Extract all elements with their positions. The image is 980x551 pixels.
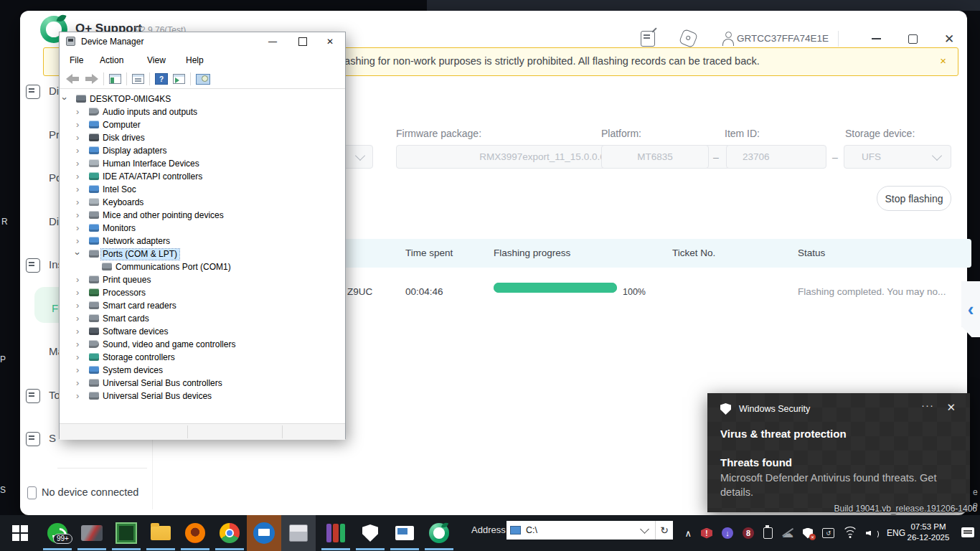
dm-tree-item[interactable]: ›Audio inputs and outputs xyxy=(60,105,344,118)
taskbar-item-oplus[interactable] xyxy=(422,515,456,551)
chevron-down-icon[interactable] xyxy=(640,524,649,534)
taskbar-item-whatsapp[interactable]: 99+ xyxy=(40,515,75,551)
dm-tree-item[interactable]: ›Network adapters xyxy=(60,235,344,248)
taskbar-item-active-app[interactable] xyxy=(247,515,281,551)
volume-icon[interactable] xyxy=(866,529,877,538)
close-button[interactable]: ✕ xyxy=(940,29,958,48)
chevron-collapsed-icon[interactable]: › xyxy=(76,171,79,182)
chevron-collapsed-icon[interactable]: › xyxy=(76,184,79,194)
windows-security-toast[interactable]: Windows Security ··· ✕ Virus & threat pr… xyxy=(707,393,970,512)
dm-tree-item[interactable]: ›Print queues xyxy=(60,273,344,286)
start-button[interactable] xyxy=(3,515,37,551)
chevron-collapsed-icon[interactable]: › xyxy=(76,364,79,375)
taskbar-item-app2[interactable] xyxy=(75,515,109,551)
dm-tree-item[interactable]: ›Smart card readers xyxy=(60,299,344,312)
maximize-button[interactable] xyxy=(903,29,922,48)
help-icon[interactable]: ? xyxy=(155,73,168,85)
console-tree-icon[interactable] xyxy=(109,74,121,84)
chevron-expanded-icon[interactable]: › xyxy=(60,97,70,100)
defender-alert-icon[interactable] xyxy=(803,528,813,539)
back-arrow-icon[interactable] xyxy=(66,74,80,84)
account-id[interactable]: GRTCC37FFA74E1E xyxy=(737,33,829,44)
taskbar-item-explorer[interactable] xyxy=(143,515,178,551)
menu-help[interactable]: Help xyxy=(186,55,204,65)
taskbar-item-devicemgr[interactable] xyxy=(387,515,422,551)
dm-tree-item[interactable]: ›Monitors xyxy=(60,222,344,235)
dm-tree-item[interactable]: ›Human Interface Devices xyxy=(60,157,344,170)
chevron-collapsed-icon[interactable]: › xyxy=(76,300,79,311)
menu-view[interactable]: View xyxy=(147,55,166,65)
dm-tree-label[interactable]: Display adapters xyxy=(101,146,169,156)
onedrive-offline-icon[interactable]: ☁ xyxy=(782,527,793,540)
dm-tree-item[interactable]: ›Smart cards xyxy=(60,312,344,325)
dm-tree-item[interactable]: ›DESKTOP-0MIG4KS xyxy=(60,93,344,105)
chevron-collapsed-icon[interactable]: › xyxy=(76,235,79,246)
tray-download-icon[interactable]: ↓ xyxy=(722,527,733,539)
taskbar-item-security[interactable] xyxy=(353,515,387,551)
feedback-note-icon[interactable] xyxy=(641,31,655,47)
dm-tree-item[interactable]: ›Disk drives xyxy=(60,131,344,144)
dm-titlebar[interactable]: Device Manager — ✕ xyxy=(60,32,345,51)
toast-close-icon[interactable]: ✕ xyxy=(946,401,956,414)
dm-minimize-button[interactable]: — xyxy=(260,32,285,50)
properties-icon[interactable] xyxy=(132,74,144,84)
item-id-field[interactable]: 23706 xyxy=(726,145,826,169)
wifi-icon[interactable] xyxy=(844,528,857,538)
forward-arrow-icon[interactable] xyxy=(85,74,98,84)
tray-app-icon[interactable]: 8 xyxy=(743,527,754,539)
chevron-collapsed-icon[interactable]: › xyxy=(76,377,79,388)
chevron-collapsed-icon[interactable]: › xyxy=(76,132,79,143)
refresh-icon[interactable]: ↻ xyxy=(655,521,673,540)
chevron-expanded-icon[interactable]: › xyxy=(72,252,83,255)
dm-tree-item[interactable]: ›Processors xyxy=(60,286,344,299)
dm-tree-label[interactable]: Software devices xyxy=(101,326,170,337)
tray-expand-icon[interactable]: ∧ xyxy=(684,528,692,539)
dm-tree-item[interactable]: ›IDE ATA/ATAPI controllers xyxy=(60,170,344,183)
dm-tree-label[interactable]: DESKTOP-0MIG4KS xyxy=(88,94,173,105)
stop-flashing-button[interactable]: Stop flashing xyxy=(877,186,951,211)
dm-tree-label[interactable]: Smart cards xyxy=(101,314,151,324)
dm-tree-label[interactable]: Smart card readers xyxy=(101,301,179,311)
dm-tree-label[interactable]: Universal Serial Bus devices xyxy=(101,391,214,402)
dm-tree-label[interactable]: Communications Port (COM1) xyxy=(114,262,233,273)
chevron-collapsed-icon[interactable]: › xyxy=(76,313,79,324)
chevron-collapsed-icon[interactable]: › xyxy=(76,106,79,117)
taskbar-clock[interactable]: 07:53 PM 26-12-2025 xyxy=(903,522,954,543)
expand-panel-tab[interactable]: ‹ xyxy=(961,281,980,337)
dm-tree-item[interactable]: ›Computer xyxy=(60,118,344,131)
chevron-collapsed-icon[interactable]: › xyxy=(76,222,79,233)
dm-tree-item[interactable]: ›Intel Soc xyxy=(60,183,344,196)
dm-tree-item[interactable]: Communications Port (COM1) xyxy=(60,260,344,273)
dm-close-button[interactable]: ✕ xyxy=(318,32,342,50)
dm-maximize-button[interactable] xyxy=(291,32,315,50)
platform-field[interactable]: MT6835 xyxy=(601,145,709,169)
dm-tree-item[interactable]: ›Universal Serial Bus devices xyxy=(60,390,344,402)
taskbar-item-browser2[interactable] xyxy=(178,515,212,551)
dm-tree-label[interactable]: IDE ATA/ATAPI controllers xyxy=(101,171,204,182)
tray-warning-icon[interactable]: ! xyxy=(701,528,712,539)
dm-tree-label[interactable]: Print queues xyxy=(101,275,153,286)
action-pane-icon[interactable] xyxy=(173,74,185,84)
dm-tree-label[interactable]: Processors xyxy=(101,288,148,298)
dm-tree-label[interactable]: Monitors xyxy=(101,223,138,234)
dm-tree-label[interactable]: Sound, video and game controllers xyxy=(101,339,237,350)
dm-tree-label[interactable]: Mice and other pointing devices xyxy=(101,210,226,221)
dm-tree-item[interactable]: ›Keyboards xyxy=(60,196,344,209)
banner-close-icon[interactable]: × xyxy=(940,55,946,67)
chevron-collapsed-icon[interactable]: › xyxy=(76,326,79,336)
display-connect-icon[interactable]: ↺ xyxy=(822,528,834,538)
chevron-collapsed-icon[interactable]: › xyxy=(76,274,79,285)
dm-tree-item[interactable]: ›Universal Serial Bus controllers xyxy=(60,377,344,390)
menu-file[interactable]: File xyxy=(70,55,83,65)
toast-more-icon[interactable]: ··· xyxy=(921,399,934,411)
dm-tree-item[interactable]: ›Ports (COM & LPT) xyxy=(60,248,344,260)
usb-icon[interactable] xyxy=(763,527,773,539)
storage-device-dropdown[interactable]: UFS xyxy=(844,145,951,169)
dm-tree-label[interactable]: Network adapters xyxy=(101,236,172,247)
chevron-collapsed-icon[interactable]: › xyxy=(76,287,79,298)
chevron-collapsed-icon[interactable]: › xyxy=(76,209,79,220)
address-input[interactable]: C:\ ↻ xyxy=(507,521,673,540)
dm-tree-label[interactable]: Keyboards xyxy=(101,197,146,208)
chevron-collapsed-icon[interactable]: › xyxy=(76,352,79,362)
dm-tree-label[interactable]: Universal Serial Bus controllers xyxy=(101,378,225,389)
